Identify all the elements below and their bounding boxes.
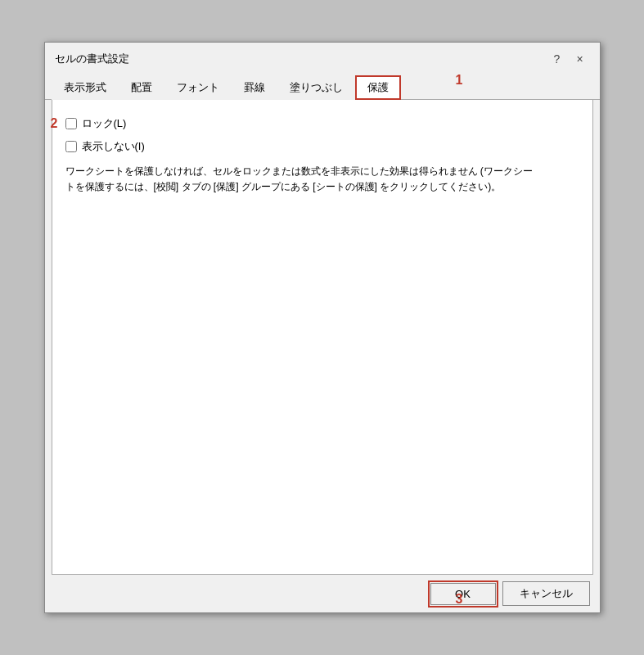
- content-area: ロック(L) 表示しない(I) ワークシートを保護しなければ、セルをロックまたは…: [52, 100, 593, 575]
- annotation-1: 1: [456, 73, 463, 88]
- close-button[interactable]: ×: [570, 49, 590, 69]
- footer: OK キャンセル: [45, 575, 600, 612]
- format-cells-dialog: セルの書式設定 ? × 表示形式 配置 フォント 罫線 塗りつぶし 保護 ロック…: [44, 42, 601, 613]
- tab-fill[interactable]: 塗りつぶし: [277, 75, 355, 100]
- tab-bar: 表示形式 配置 フォント 罫線 塗りつぶし 保護: [45, 72, 600, 100]
- annotation-2: 2: [51, 116, 58, 131]
- tab-display-format[interactable]: 表示形式: [52, 75, 119, 100]
- help-button[interactable]: ?: [547, 49, 567, 69]
- dialog-title: セルの書式設定: [55, 52, 129, 66]
- hidden-checkbox[interactable]: [65, 141, 77, 152]
- title-bar: セルの書式設定 ? ×: [45, 43, 600, 72]
- lock-checkbox-row: ロック(L): [65, 116, 579, 131]
- tab-border[interactable]: 罫線: [232, 75, 277, 100]
- annotation-3: 3: [456, 592, 463, 607]
- cancel-button[interactable]: キャンセル: [502, 581, 590, 606]
- tab-protection[interactable]: 保護: [355, 75, 401, 100]
- tab-alignment[interactable]: 配置: [119, 75, 164, 100]
- title-buttons: ? ×: [547, 49, 590, 69]
- tab-font[interactable]: フォント: [164, 75, 232, 100]
- lock-checkbox[interactable]: [65, 118, 77, 129]
- lock-label: ロック(L): [82, 116, 127, 131]
- info-text: ワークシートを保護しなければ、セルをロックまたは数式を非表示にした効果は得られま…: [65, 164, 540, 195]
- hidden-checkbox-row: 表示しない(I): [65, 139, 579, 154]
- hidden-label: 表示しない(I): [82, 139, 145, 154]
